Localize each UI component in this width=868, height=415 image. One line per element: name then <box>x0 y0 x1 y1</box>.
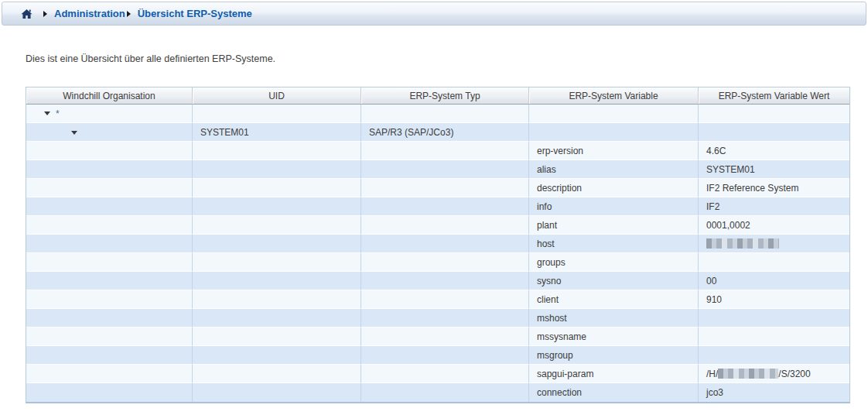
cell-value: /S/3200 <box>778 369 810 379</box>
erp-system-typ-cell <box>361 272 529 290</box>
table-row: erp-version4.6C <box>26 142 849 160</box>
uid-cell <box>193 179 361 197</box>
erp-system-variable-cell: mssysname <box>529 328 699 346</box>
erp-system-variable-wert-cell: IF2 Reference System <box>699 179 849 197</box>
uid-cell <box>193 142 361 160</box>
erp-system-typ-cell <box>361 309 529 328</box>
organisation-label: * <box>56 108 60 119</box>
erp-system-variable-cell: alias <box>529 160 699 179</box>
erp-system-variable-wert-cell <box>699 346 849 365</box>
erp-system-typ-cell <box>361 365 529 383</box>
organisation-cell <box>26 272 193 290</box>
table-row: msgroup <box>26 346 849 365</box>
cell-value: 00 <box>706 276 716 286</box>
table-row: plant0001,0002 <box>26 216 849 235</box>
erp-system-variable-wert-cell: 4.6C <box>699 142 849 160</box>
organisation-cell <box>26 328 193 346</box>
erp-system-typ-cell <box>361 105 529 123</box>
breadcrumb: Administration Übersicht ERP-Systeme <box>2 2 866 26</box>
uid-cell <box>193 197 361 216</box>
erp-table-body: *SYSTEM01SAP/R3 (SAP/JCo3)erp-version4.6… <box>26 105 849 402</box>
table-row: connectionjco3 <box>26 383 849 402</box>
table-row: host <box>26 235 849 253</box>
collapse-triangle-icon[interactable] <box>44 111 50 115</box>
organisation-cell <box>26 309 193 328</box>
organisation-cell <box>26 179 193 197</box>
erp-system-variable-wert-cell <box>699 235 849 253</box>
cell-value: jco3 <box>706 387 723 398</box>
erp-system-variable-cell: plant <box>529 216 699 235</box>
table-row: descriptionIF2 Reference System <box>26 179 849 197</box>
erp-system-typ-cell <box>361 160 529 179</box>
table-row: infoIF2 <box>26 197 849 216</box>
erp-system-typ-cell <box>361 383 529 402</box>
uid-cell: SYSTEM01 <box>193 123 361 142</box>
table-row: mssysname <box>26 328 849 346</box>
column-header-windchill-organisation: Windchill Organisation <box>26 87 193 105</box>
erp-system-variable-cell: host <box>529 235 699 253</box>
erp-system-variable-cell: sysno <box>529 272 699 290</box>
organisation-cell <box>26 365 193 383</box>
column-header-erp-system-typ: ERP-System Typ <box>361 87 529 105</box>
uid-cell <box>193 383 361 402</box>
redacted-value <box>718 369 778 379</box>
table-row: sapgui-param/H//S/3200 <box>26 365 849 383</box>
erp-system-variable-wert-cell: /H//S/3200 <box>699 365 849 383</box>
cell-value: SYSTEM01 <box>706 164 755 175</box>
erp-system-variable-cell <box>529 105 699 123</box>
erp-system-typ-cell <box>361 216 529 235</box>
chevron-right-icon <box>127 11 131 17</box>
erp-system-variable-cell: connection <box>529 383 699 402</box>
cell-value: IF2 <box>706 201 719 212</box>
erp-system-typ-cell <box>361 328 529 346</box>
table-row: mshost <box>26 309 849 328</box>
chevron-right-icon <box>43 11 47 17</box>
home-icon[interactable] <box>21 9 32 19</box>
erp-system-variable-wert-cell: 910 <box>699 290 849 309</box>
collapse-triangle-icon[interactable] <box>71 131 77 135</box>
column-header-erp-system-variable: ERP-System Variable <box>529 87 699 105</box>
organisation-cell <box>26 346 193 365</box>
erp-system-variable-wert-cell <box>699 328 849 346</box>
redacted-value <box>706 238 779 249</box>
table-row: aliasSYSTEM01 <box>26 160 849 179</box>
erp-system-typ-cell <box>361 179 529 197</box>
uid-cell <box>193 290 361 309</box>
uid-cell <box>193 253 361 272</box>
column-header-uid: UID <box>193 87 361 105</box>
table-row: sysno00 <box>26 272 849 290</box>
erp-system-typ-cell <box>361 142 529 160</box>
cell-value: 4.6C <box>706 146 726 156</box>
erp-system-variable-cell: msgroup <box>529 346 699 365</box>
erp-system-variable-wert-cell: IF2 <box>699 197 849 216</box>
page-description: Dies ist eine Übersicht über alle defini… <box>26 53 868 64</box>
organisation-cell <box>26 197 193 216</box>
erp-system-typ-cell <box>361 197 529 216</box>
erp-system-variable-cell <box>529 123 699 142</box>
erp-system-variable-wert-cell: 0001,0002 <box>699 216 849 235</box>
organisation-cell: * <box>26 105 193 123</box>
erp-system-variable-cell: description <box>529 179 699 197</box>
table-row: SYSTEM01SAP/R3 (SAP/JCo3) <box>26 123 849 142</box>
table-row: groups <box>26 253 849 272</box>
organisation-cell <box>26 216 193 235</box>
erp-system-typ-cell <box>361 235 529 253</box>
cell-value: /H/ <box>706 369 718 379</box>
breadcrumb-link-uebersicht-erp-systeme[interactable]: Übersicht ERP-Systeme <box>138 8 252 19</box>
table-row: client910 <box>26 290 849 309</box>
uid-cell <box>193 216 361 235</box>
erp-system-variable-wert-cell: 00 <box>699 272 849 290</box>
erp-system-variable-wert-cell <box>699 309 849 328</box>
erp-system-variable-wert-cell: jco3 <box>699 383 849 402</box>
erp-system-variable-wert-cell: SYSTEM01 <box>699 160 849 179</box>
uid-cell <box>193 346 361 365</box>
uid-cell <box>193 309 361 328</box>
erp-system-variable-wert-cell <box>699 105 849 123</box>
breadcrumb-link-administration[interactable]: Administration <box>54 8 125 19</box>
organisation-cell <box>26 142 193 160</box>
organisation-cell <box>26 290 193 309</box>
cell-value: IF2 Reference System <box>706 183 798 194</box>
erp-system-variable-cell: groups <box>529 253 699 272</box>
organisation-cell <box>26 123 193 142</box>
uid-cell <box>193 272 361 290</box>
